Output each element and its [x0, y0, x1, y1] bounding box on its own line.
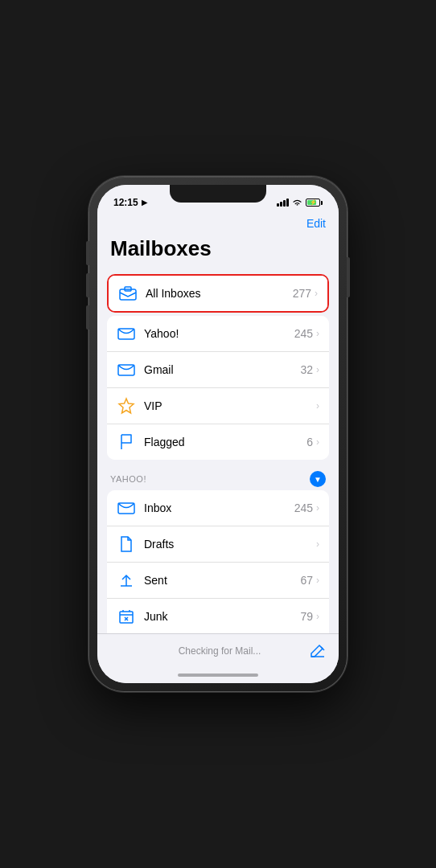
yahoo-label: Yahoo! [144, 327, 294, 340]
yahoo-inbox-label: Inbox [144, 502, 294, 514]
gmail-inbox-icon [117, 360, 136, 379]
yahoo-junk-label: Junk [144, 610, 300, 623]
gmail-count: 32 [300, 363, 313, 376]
yahoo-section-items: Inbox 245 › Drafts › [107, 490, 329, 633]
vip-star-icon [117, 396, 136, 416]
wifi-icon [292, 199, 302, 207]
checking-status: Checking for Mail... [130, 645, 310, 657]
home-bar [178, 674, 258, 677]
yahoo-drafts-chevron: › [316, 538, 319, 550]
svg-rect-7 [120, 612, 133, 623]
vip-label: VIP [144, 399, 313, 412]
phone-frame: 12:15 ▶ [89, 177, 347, 691]
yahoo-sent-item[interactable]: Sent 67 › [107, 563, 329, 599]
location-icon: ▶ [142, 199, 147, 207]
junk-icon [117, 607, 136, 626]
page-title: Mailboxes [97, 236, 339, 271]
flag-icon [117, 432, 136, 452]
all-inboxes-label: All Inboxes [146, 287, 293, 300]
svg-marker-4 [119, 399, 134, 413]
flagged-chevron: › [316, 436, 319, 448]
content-area: Edit Mailboxes All Inboxes 277 › [97, 214, 339, 633]
drafts-icon [117, 534, 136, 554]
yahoo-drafts-label: Drafts [144, 538, 313, 551]
yahoo-inbox-icon [117, 324, 136, 343]
signal-icon [277, 199, 289, 207]
chevron-down-icon: ▼ [314, 475, 322, 484]
yahoo-inbox-item[interactable]: Inbox 245 › [107, 490, 329, 526]
mailbox-item-gmail[interactable]: Gmail 32 › [107, 352, 329, 388]
yahoo-section-label: YAHOO! [110, 474, 146, 484]
flagged-count: 6 [306, 436, 313, 448]
bottom-bar: Checking for Mail... [97, 633, 339, 667]
top-mailboxes-section: Yahoo! 245 › Gmail 32 › [107, 316, 329, 460]
yahoo-collapse-button[interactable]: ▼ [310, 471, 326, 487]
edit-button[interactable]: Edit [306, 217, 326, 230]
battery-icon: ⚡ [306, 199, 323, 207]
phone-screen: 12:15 ▶ [97, 185, 339, 683]
yahoo-junk-count: 79 [300, 610, 313, 623]
yahoo-junk-item[interactable]: Junk 79 › [107, 599, 329, 633]
flagged-label: Flagged [144, 436, 306, 448]
status-right: ⚡ [277, 199, 323, 207]
yahoo-junk-chevron: › [316, 611, 319, 622]
home-indicator [97, 667, 339, 683]
all-inboxes-chevron: › [315, 288, 318, 299]
yahoo-inbox-chevron: › [316, 502, 319, 514]
yahoo-section-header: YAHOO! ▼ [97, 466, 339, 490]
yahoo-drafts-item[interactable]: Drafts › [107, 526, 329, 563]
yahoo-sent-count: 67 [300, 574, 313, 587]
inbox-icon [117, 498, 136, 518]
header: Edit [97, 214, 339, 236]
yahoo-sent-chevron: › [316, 575, 319, 586]
gmail-label: Gmail [144, 363, 300, 376]
vip-chevron: › [316, 400, 319, 411]
mailbox-item-flagged[interactable]: Flagged 6 › [107, 424, 329, 460]
yahoo-inbox-count: 245 [294, 502, 313, 514]
yahoo-count: 245 [294, 327, 313, 340]
all-inboxes-count: 277 [293, 287, 311, 300]
status-time: 12:15 ▶ [113, 197, 147, 208]
sent-icon [117, 571, 136, 590]
compose-button[interactable] [310, 644, 326, 658]
mailbox-item-yahoo[interactable]: Yahoo! 245 › [107, 316, 329, 352]
all-inboxes-highlight: All Inboxes 277 › [107, 274, 329, 313]
all-inboxes-icon [118, 284, 138, 303]
yahoo-chevron: › [316, 328, 319, 339]
mailbox-item-all-inboxes[interactable]: All Inboxes 277 › [109, 276, 327, 311]
mailbox-item-vip[interactable]: VIP › [107, 388, 329, 424]
time-display: 12:15 [113, 197, 138, 208]
yahoo-sent-label: Sent [144, 574, 300, 587]
notch [170, 185, 266, 203]
gmail-chevron: › [316, 364, 319, 375]
